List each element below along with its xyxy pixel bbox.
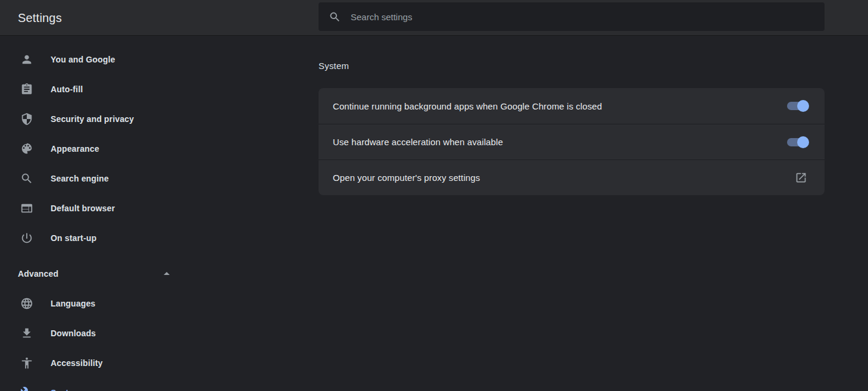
sidebar-item-label: Auto-fill: [51, 85, 83, 94]
section-title-system: System: [319, 61, 349, 71]
setting-row-hardware-acceleration: Use hardware acceleration when available: [319, 124, 825, 159]
globe-icon: [20, 297, 33, 310]
power-icon: [20, 232, 33, 245]
sidebar-item-accessibility[interactable]: Accessibility: [0, 348, 196, 378]
setting-row-background-apps: Continue running background apps when Go…: [319, 88, 825, 124]
page-title: Settings: [18, 0, 62, 36]
sidebar-item-label: Accessibility: [51, 358, 103, 368]
sidebar-item-label: You and Google: [51, 55, 115, 64]
background-apps-toggle[interactable]: [787, 102, 807, 110]
sidebar-item-label: Appearance: [51, 144, 99, 154]
sidebar-item-languages[interactable]: Languages: [0, 289, 196, 318]
accessibility-icon: [20, 356, 33, 370]
system-settings-card: Continue running background apps when Go…: [319, 88, 825, 195]
wrench-icon: [20, 386, 33, 391]
sidebar: You and Google Auto-fill Security and pr…: [0, 36, 196, 391]
hardware-acceleration-toggle[interactable]: [787, 138, 807, 146]
sidebar-item-label: Security and privacy: [51, 114, 134, 124]
toggle-thumb: [797, 100, 809, 112]
shield-icon: [20, 112, 33, 126]
sidebar-item-default-browser[interactable]: Default browser: [0, 193, 196, 223]
sidebar-item-label: On start-up: [51, 233, 96, 243]
sidebar-item-on-startup[interactable]: On start-up: [0, 223, 196, 253]
sidebar-item-label: Default browser: [51, 204, 115, 213]
chevron-up-icon: [160, 267, 174, 281]
palette-icon: [20, 142, 33, 155]
sidebar-item-label: Search engine: [51, 174, 109, 183]
advanced-label: Advanced: [18, 269, 58, 279]
setting-row-proxy-settings[interactable]: Open your computer's proxy settings: [319, 159, 825, 195]
setting-label: Use hardware acceleration when available: [333, 137, 503, 147]
download-icon: [20, 327, 33, 340]
search-icon: [20, 172, 33, 185]
open-in-new-icon: [795, 171, 807, 184]
sidebar-item-system[interactable]: System: [0, 378, 196, 391]
search-field[interactable]: [319, 2, 825, 31]
setting-label: Continue running background apps when Go…: [333, 101, 602, 111]
sidebar-item-security-and-privacy[interactable]: Security and privacy: [0, 104, 196, 134]
sidebar-advanced-toggle[interactable]: Advanced: [0, 259, 196, 289]
sidebar-item-label: Languages: [51, 299, 95, 308]
sidebar-item-label: Downloads: [51, 329, 96, 338]
search-input[interactable]: [351, 12, 803, 22]
search-icon: [329, 11, 341, 23]
sidebar-item-appearance[interactable]: Appearance: [0, 134, 196, 164]
sidebar-item-downloads[interactable]: Downloads: [0, 318, 196, 348]
setting-label: Open your computer's proxy settings: [333, 173, 480, 183]
toggle-thumb: [797, 136, 809, 148]
autofill-clipboard-icon: [20, 83, 33, 96]
browser-window-icon: [20, 202, 33, 215]
sidebar-item-autofill[interactable]: Auto-fill: [0, 74, 196, 104]
person-icon: [20, 53, 33, 66]
header-bar: Settings: [0, 0, 868, 36]
sidebar-item-you-and-google[interactable]: You and Google: [0, 45, 196, 74]
sidebar-item-search-engine[interactable]: Search engine: [0, 164, 196, 193]
sidebar-item-label: System: [51, 388, 81, 391]
